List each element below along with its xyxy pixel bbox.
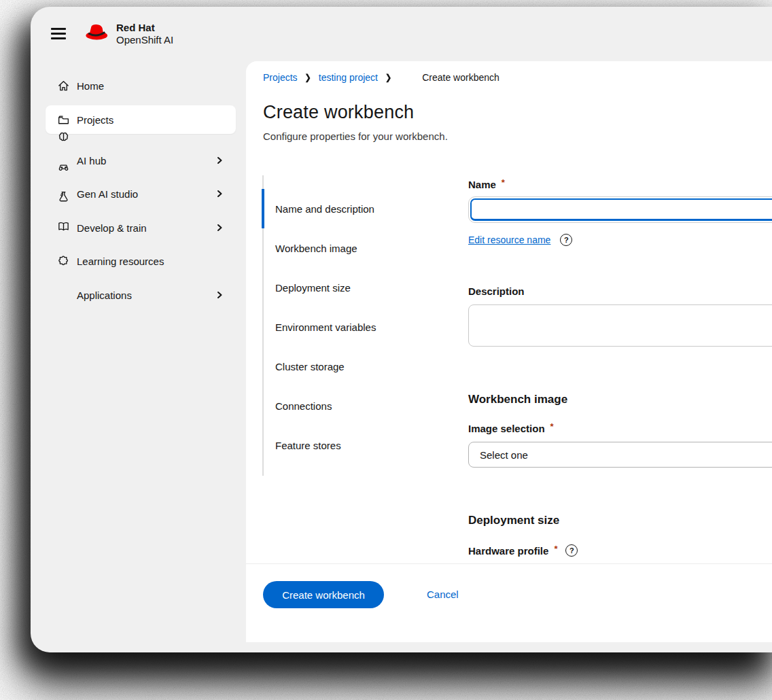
workbench-image-heading: Workbench image xyxy=(468,393,567,406)
puzzle-icon xyxy=(56,254,70,268)
breadcrumb-link-testing-project[interactable]: testing project xyxy=(319,72,378,83)
brain-icon xyxy=(56,130,70,144)
deployment-size-heading: Deployment size xyxy=(468,514,559,527)
name-input-wrapper xyxy=(468,196,772,223)
step-name-and-description[interactable]: Name and description xyxy=(264,189,446,228)
step-feature-stores[interactable]: Feature stores xyxy=(264,425,446,465)
sidebar: Home Projects AI hub Gen AI studio xyxy=(31,61,246,652)
breadcrumb-separator-icon: ❯ xyxy=(305,73,311,82)
step-cluster-storage[interactable]: Cluster storage xyxy=(264,347,446,386)
breadcrumb-separator-icon: ❯ xyxy=(385,73,391,82)
sidebar-item-label: Projects xyxy=(77,114,113,126)
masthead: Red Hat OpenShift AI xyxy=(31,7,772,61)
sidebar-item-label: Applications xyxy=(77,290,132,301)
help-question-icon[interactable]: ? xyxy=(560,234,572,246)
image-selection-value: Select one xyxy=(480,449,528,461)
image-selection-select[interactable]: Select one xyxy=(468,442,772,468)
sidebar-item-label: Gen AI studio xyxy=(77,188,138,200)
step-workbench-image[interactable]: Workbench image xyxy=(264,228,446,268)
step-environment-variables[interactable]: Environment variables xyxy=(264,307,446,347)
image-selection-label: Image selection* xyxy=(468,423,554,434)
step-connections[interactable]: Connections xyxy=(264,386,446,425)
folder-icon xyxy=(56,113,70,126)
name-input[interactable] xyxy=(470,198,772,221)
chevron-right-icon xyxy=(215,190,224,198)
page-title: Create workbench xyxy=(263,102,414,123)
sidebar-item-develop-train[interactable]: Develop & train xyxy=(46,214,236,241)
cancel-button[interactable]: Cancel xyxy=(427,589,459,600)
chevron-right-icon xyxy=(215,224,224,232)
hardware-profile-label: Hardware profile* ? xyxy=(468,544,578,557)
required-asterisk: * xyxy=(502,177,505,188)
sidebar-item-projects[interactable]: Projects xyxy=(46,105,236,134)
chevron-right-icon xyxy=(215,291,224,299)
description-textarea[interactable] xyxy=(468,304,772,347)
chevron-right-icon xyxy=(215,156,224,164)
sidebar-item-learning-resources[interactable]: Learning resources xyxy=(46,247,236,275)
breadcrumb: Projects ❯ testing project ❯ Create work… xyxy=(263,72,499,83)
footer-divider xyxy=(246,563,772,564)
brand-line2: OpenShift AI xyxy=(116,34,173,46)
home-icon xyxy=(56,79,70,92)
controller-icon xyxy=(56,160,70,174)
create-workbench-button[interactable]: Create workbench xyxy=(263,581,384,608)
redhat-fedora-icon xyxy=(84,24,109,45)
required-asterisk: * xyxy=(554,544,557,554)
breadcrumb-current: Create workbench xyxy=(422,72,499,83)
required-asterisk: * xyxy=(550,421,554,432)
page-subtitle: Configure properties for your workbench. xyxy=(263,130,448,142)
edit-resource-name-link[interactable]: Edit resource name xyxy=(468,234,550,245)
sidebar-item-label: Learning resources xyxy=(77,256,164,267)
app-window: Red Hat OpenShift AI Home Projects AI hu… xyxy=(31,7,772,652)
sidebar-item-label: AI hub xyxy=(77,155,106,167)
form-step-nav: Name and description Workbench image Dep… xyxy=(262,175,446,476)
nav-toggle-hamburger-icon[interactable] xyxy=(51,28,66,39)
brand-logo: Red Hat OpenShift AI xyxy=(84,22,173,46)
sidebar-item-gen-ai-studio[interactable]: Gen AI studio xyxy=(46,180,236,207)
book-icon xyxy=(56,220,70,233)
sidebar-item-applications[interactable]: Applications xyxy=(46,281,236,309)
name-label: Name* xyxy=(468,179,505,190)
description-label: Description xyxy=(468,285,525,297)
flask-icon xyxy=(56,190,70,203)
sidebar-item-label: Home xyxy=(77,80,104,92)
help-question-icon[interactable]: ? xyxy=(565,544,578,557)
breadcrumb-link-projects[interactable]: Projects xyxy=(263,72,298,83)
step-deployment-size[interactable]: Deployment size xyxy=(264,268,446,307)
sidebar-item-label: Develop & train xyxy=(77,222,147,234)
edit-resource-row: Edit resource name ? xyxy=(468,234,572,246)
brand-line1: Red Hat xyxy=(116,22,173,34)
sidebar-item-ai-hub[interactable]: AI hub xyxy=(46,147,236,174)
sidebar-item-home[interactable]: Home xyxy=(46,72,236,99)
main-content-panel: Projects ❯ testing project ❯ Create work… xyxy=(246,61,772,642)
